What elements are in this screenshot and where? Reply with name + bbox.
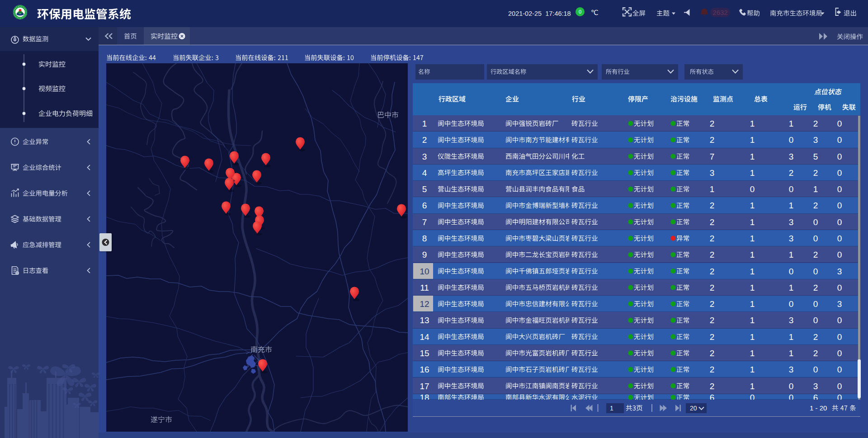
svg-text:1: 1 — [422, 119, 427, 128]
svg-text:4: 4 — [422, 168, 427, 178]
svg-text:14: 14 — [420, 332, 429, 342]
svg-text:0: 0 — [579, 9, 581, 14]
svg-text:3: 3 — [789, 152, 794, 161]
svg-text:1: 1 — [750, 316, 755, 325]
svg-text:2: 2 — [710, 217, 715, 227]
svg-text:1: 1 — [750, 135, 755, 145]
svg-text:0: 0 — [750, 184, 755, 194]
svg-text:0: 0 — [837, 332, 842, 342]
svg-text:1: 1 — [813, 184, 818, 194]
svg-text:0: 0 — [837, 349, 842, 358]
svg-text:0: 0 — [837, 168, 842, 178]
svg-text:0: 0 — [813, 316, 818, 325]
svg-text:5: 5 — [422, 184, 427, 194]
svg-text:1: 1 — [750, 332, 755, 342]
svg-text:0: 0 — [789, 393, 794, 402]
svg-text:1: 1 — [789, 201, 794, 210]
svg-text:0: 0 — [837, 234, 842, 243]
svg-text:0: 0 — [813, 234, 818, 243]
svg-text:0: 0 — [837, 135, 842, 145]
svg-text:2: 2 — [813, 349, 818, 358]
svg-text:2: 2 — [710, 299, 715, 309]
svg-text:3: 3 — [789, 234, 794, 243]
svg-text:2: 2 — [813, 201, 818, 210]
svg-text:0: 0 — [837, 393, 842, 402]
svg-text:7: 7 — [710, 152, 715, 161]
svg-text:1: 1 — [789, 250, 794, 259]
svg-text:3: 3 — [789, 217, 794, 227]
svg-text:1: 1 — [750, 201, 755, 210]
svg-text:2: 2 — [710, 283, 715, 292]
svg-text:0: 0 — [789, 267, 794, 276]
svg-text:2: 2 — [710, 119, 715, 128]
svg-text:3: 3 — [837, 299, 842, 309]
svg-text:12: 12 — [420, 299, 429, 309]
svg-text:1: 1 — [750, 267, 755, 276]
svg-text:6: 6 — [813, 393, 818, 402]
svg-text:3: 3 — [789, 365, 794, 374]
svg-text:2: 2 — [789, 168, 794, 178]
svg-text:1: 1 — [750, 283, 755, 292]
svg-text:0: 0 — [789, 184, 794, 194]
svg-text:2: 2 — [813, 119, 818, 128]
svg-text:0: 0 — [813, 365, 818, 374]
svg-text:2021-02-25 17:46:18: 2021-02-25 17:46:18 — [508, 10, 571, 17]
svg-text:0: 0 — [789, 299, 794, 309]
svg-text:3: 3 — [837, 267, 842, 276]
svg-text:1: 1 — [750, 299, 755, 309]
svg-text:0: 0 — [750, 393, 755, 402]
svg-text:0: 0 — [789, 381, 794, 391]
svg-text:1: 1 — [750, 168, 755, 178]
svg-text:2: 2 — [710, 365, 715, 374]
svg-text:18: 18 — [420, 393, 429, 402]
svg-text:1: 1 — [750, 152, 755, 161]
svg-text:0: 0 — [813, 267, 818, 276]
svg-text:2: 2 — [813, 332, 818, 342]
svg-text:1: 1 — [789, 349, 794, 358]
svg-text:1: 1 — [789, 332, 794, 342]
svg-text:3: 3 — [710, 168, 715, 178]
svg-text:0: 0 — [813, 217, 818, 227]
svg-text:0: 0 — [837, 283, 842, 292]
svg-text:0: 0 — [837, 250, 842, 259]
svg-text:0: 0 — [837, 119, 842, 128]
svg-text:2: 2 — [710, 135, 715, 145]
svg-text:3: 3 — [789, 316, 794, 325]
svg-text:0: 0 — [837, 201, 842, 210]
svg-text:1: 1 — [789, 119, 794, 128]
svg-text:℃: ℃ — [591, 9, 599, 16]
svg-text:6: 6 — [710, 393, 715, 402]
svg-text:2: 2 — [813, 168, 818, 178]
svg-text:10: 10 — [420, 267, 429, 276]
svg-text:2: 2 — [710, 349, 715, 358]
svg-text:1: 1 — [710, 184, 715, 194]
svg-text:9: 9 — [422, 250, 427, 259]
svg-text:1: 1 — [750, 381, 755, 391]
svg-text:2: 2 — [710, 267, 715, 276]
svg-text:1: 1 — [750, 119, 755, 128]
svg-text:2: 2 — [813, 283, 818, 292]
svg-text:1: 1 — [750, 365, 755, 374]
svg-text:1: 1 — [789, 283, 794, 292]
svg-text:0: 0 — [837, 365, 842, 374]
svg-text:2: 2 — [710, 332, 715, 342]
svg-text:1: 1 — [750, 234, 755, 243]
svg-text:7: 7 — [422, 217, 427, 227]
svg-text:3: 3 — [422, 152, 427, 161]
svg-text:1: 1 — [750, 250, 755, 259]
svg-text:2: 2 — [422, 135, 427, 145]
svg-text:2: 2 — [710, 316, 715, 325]
svg-text:2: 2 — [710, 250, 715, 259]
svg-text:3: 3 — [813, 381, 818, 391]
svg-text:0: 0 — [837, 217, 842, 227]
svg-text:16: 16 — [420, 365, 429, 374]
svg-text:8: 8 — [422, 234, 427, 243]
svg-text:0: 0 — [837, 381, 842, 391]
svg-text:20: 20 — [690, 405, 697, 412]
svg-text:0: 0 — [837, 184, 842, 194]
svg-text:0: 0 — [837, 152, 842, 161]
svg-text:0: 0 — [837, 316, 842, 325]
svg-text:2: 2 — [710, 234, 715, 243]
svg-text:17: 17 — [420, 381, 429, 391]
svg-text:1: 1 — [750, 217, 755, 227]
